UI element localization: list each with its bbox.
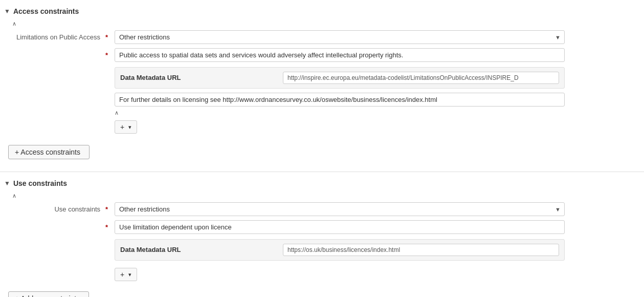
public-access-required-star: * xyxy=(105,48,112,59)
licensing-up-arrow[interactable]: ∧ xyxy=(115,110,119,116)
licensing-text-wrapper xyxy=(115,93,565,107)
use-limitation-required-star: * xyxy=(105,220,112,231)
access-metadata-inner: Data Metadata URL xyxy=(120,72,559,84)
access-metadata-box: Data Metadata URL xyxy=(115,67,565,89)
use-limitation-label-spacer xyxy=(12,220,104,223)
use-constraints-required-star: * xyxy=(105,202,112,213)
limitations-public-access-row: Limitations on Public Access * Other res… xyxy=(12,30,638,44)
access-metadata-label: Data Metadata URL xyxy=(120,72,279,81)
access-add-dropdown-btn[interactable]: + ▾ xyxy=(115,120,137,134)
use-constraints-title: Use constraints xyxy=(13,179,67,187)
use-limitation-text-input[interactable] xyxy=(115,220,565,234)
use-constraints-select-row: Use constraints * Other restrictions ▼ xyxy=(12,202,638,216)
access-metadata-url-col xyxy=(283,72,559,84)
access-metadata-row: Data Metadata URL xyxy=(12,66,638,89)
licensing-text-input[interactable] xyxy=(115,93,565,107)
add-use-plus-icon: + Add use contraints xyxy=(15,294,80,297)
access-constraints-content: ∧ Limitations on Public Access * Other r… xyxy=(0,18,644,141)
add-access-constraints-container: + Access constraints xyxy=(0,141,644,165)
use-metadata-inner: Data Metadata URL xyxy=(120,244,559,256)
use-metadata-row: Data Metadata URL xyxy=(12,238,638,261)
use-metadata-url-input[interactable] xyxy=(283,244,559,256)
use-metadata-label: Data Metadata URL xyxy=(120,244,279,253)
access-constraints-title: Access constraints xyxy=(13,7,79,15)
use-constraints-select[interactable]: Other restrictions xyxy=(115,202,565,216)
use-constraints-label: Use constraints xyxy=(12,202,104,213)
add-use-constraints-btn[interactable]: + Add use contraints xyxy=(8,291,89,297)
licensing-row xyxy=(12,93,638,107)
use-inner-collapse[interactable]: ∧ xyxy=(12,193,16,199)
public-access-label-spacer xyxy=(12,48,104,51)
use-constraints-section: ▼ Use constraints ∧ Use constraints * Ot… xyxy=(0,172,644,297)
access-add-btn-container: + ▾ xyxy=(12,118,638,134)
public-access-text-row: * xyxy=(12,48,638,62)
use-dropdown-arrow: ▾ xyxy=(128,271,131,278)
add-access-plus-icon: + Access constraints xyxy=(15,148,80,156)
access-plus-icon: + xyxy=(120,123,124,131)
use-add-btn-container: + ▾ xyxy=(12,266,638,281)
limitations-required-star: * xyxy=(105,30,112,41)
licensing-up-arrow-row: ∧ xyxy=(115,110,638,116)
access-constraints-header[interactable]: ▼ Access constraints xyxy=(0,4,644,18)
use-limitation-text-row: * xyxy=(12,220,638,234)
use-select-container: Other restrictions ▼ xyxy=(115,202,565,216)
limitations-select[interactable]: Other restrictions xyxy=(115,30,565,44)
public-access-text-input[interactable] xyxy=(115,48,565,62)
access-inner-collapse[interactable]: ∧ xyxy=(12,20,16,27)
limitations-select-wrapper: Other restrictions ▼ xyxy=(115,30,565,44)
limitations-label: Limitations on Public Access xyxy=(12,30,104,41)
public-access-text-wrapper xyxy=(115,48,565,62)
use-add-dropdown-btn[interactable]: + ▾ xyxy=(115,268,137,281)
use-constraints-collapse-arrow[interactable]: ▼ xyxy=(4,180,10,187)
use-metadata-box: Data Metadata URL xyxy=(115,239,565,261)
access-constraints-section: ▼ Access constraints ∧ Limitations on Pu… xyxy=(0,0,644,172)
add-use-constraints-container: + Add use contraints xyxy=(0,287,644,297)
use-metadata-url-col xyxy=(283,244,559,256)
add-access-constraints-btn[interactable]: + Access constraints xyxy=(8,145,90,159)
access-metadata-url-input[interactable] xyxy=(283,72,559,84)
use-constraints-header[interactable]: ▼ Use constraints xyxy=(0,176,644,190)
use-limitation-text-wrapper xyxy=(115,220,565,234)
access-constraints-collapse-arrow[interactable]: ▼ xyxy=(4,8,10,15)
use-select-wrapper: Other restrictions ▼ xyxy=(115,202,565,216)
access-dropdown-arrow: ▾ xyxy=(128,124,131,131)
use-constraints-content: ∧ Use constraints * Other restrictions ▼… xyxy=(0,190,644,287)
limitations-select-container: Other restrictions ▼ xyxy=(115,30,565,44)
use-plus-icon: + xyxy=(120,270,124,279)
